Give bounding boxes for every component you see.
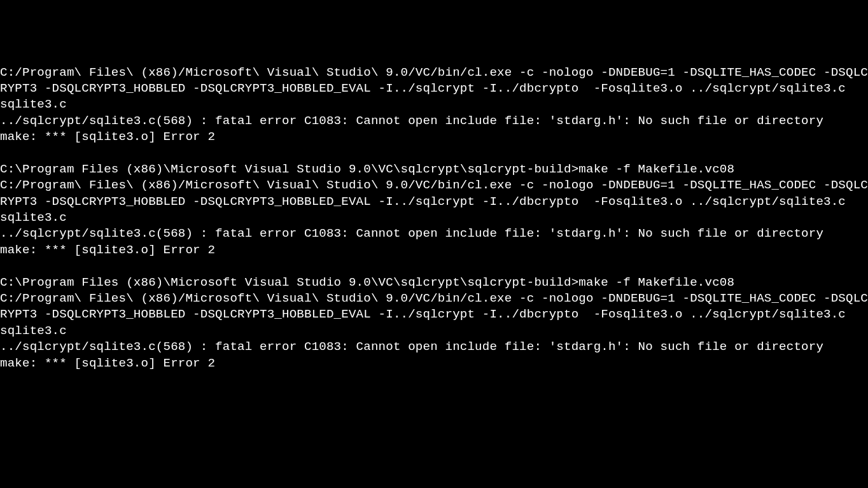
output-line: C:/Program\ Files\ (x86)/Microsoft\ Visu… [0, 66, 868, 95]
output-line: sqlite3.c [0, 97, 67, 111]
output-line: C:/Program\ Files\ (x86)/Microsoft\ Visu… [0, 178, 868, 208]
output-line: C:\Program Files (x86)\Microsoft Visual … [0, 275, 734, 289]
output-line: C:\Program Files (x86)\Microsoft Visual … [0, 162, 734, 176]
output-line: sqlite3.c [0, 211, 67, 225]
output-line: C:/Program\ Files\ (x86)/Microsoft\ Visu… [0, 291, 868, 321]
output-line: sqlite3.c [0, 324, 67, 338]
output-line: make: *** [sqlite3.o] Error 2 [0, 243, 215, 257]
output-line: make: *** [sqlite3.o] Error 2 [0, 130, 215, 144]
output-line: ../sqlcrypt/sqlite3.c(568) : fatal error… [0, 340, 823, 354]
terminal-output[interactable]: C:/Program\ Files\ (x86)/Microsoft\ Visu… [0, 65, 868, 372]
output-line: make: *** [sqlite3.o] Error 2 [0, 356, 215, 370]
output-line: ../sqlcrypt/sqlite3.c(568) : fatal error… [0, 227, 823, 241]
output-line: ../sqlcrypt/sqlite3.c(568) : fatal error… [0, 114, 823, 128]
